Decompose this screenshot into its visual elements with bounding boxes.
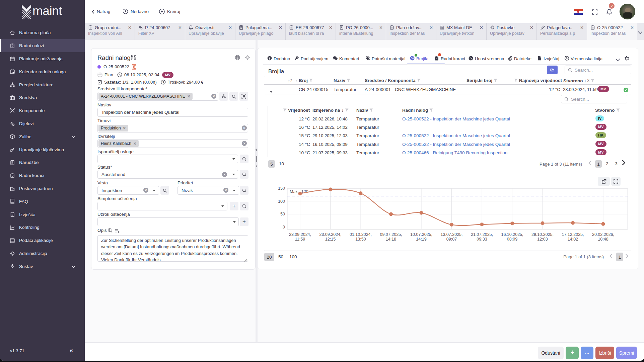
svg-text:10:48: 10:48 (598, 237, 608, 242)
svg-text:14:02: 14:02 (568, 237, 578, 242)
svg-text:23.09.2024,: 23.09.2024, (289, 232, 311, 237)
svg-text:12:03: 12:03 (537, 237, 548, 242)
svg-text:10.07.2025,: 10.07.2025, (410, 232, 432, 237)
svg-text:50: 50 (280, 212, 285, 216)
svg-text:29.10.2025,: 29.10.2025, (531, 232, 554, 237)
svg-text:13:50: 13:50 (355, 237, 366, 242)
svg-text:21.07.2025,: 21.07.2025, (471, 232, 493, 237)
svg-text:01.10.2024,: 01.10.2024, (350, 232, 372, 237)
svg-text:150: 150 (278, 186, 285, 191)
svg-text:17.12.2025,: 17.12.2025, (562, 232, 584, 237)
svg-text:08:09: 08:09 (507, 237, 517, 242)
svg-text:11:59: 11:59 (295, 237, 305, 242)
svg-text:13.07.2025,: 13.07.2025, (440, 232, 462, 237)
svg-text:23.09.2024,: 23.09.2024, (319, 232, 341, 237)
svg-text:100: 100 (278, 199, 285, 204)
svg-text:12:15: 12:15 (325, 237, 336, 242)
svg-text:09:07: 09:07 (446, 237, 457, 242)
svg-text:14:18: 14:18 (386, 237, 396, 242)
svg-text:16.10.2025,: 16.10.2025, (501, 232, 523, 237)
svg-text:$: $ (162, 81, 164, 84)
svg-text:09:33: 09:33 (477, 237, 487, 242)
svg-text:14:19: 14:19 (416, 237, 426, 242)
svg-text:20.02.2026,: 20.02.2026, (592, 232, 614, 237)
svg-text:09.07.2025,: 09.07.2025, (380, 232, 402, 237)
svg-text:0: 0 (283, 225, 285, 230)
